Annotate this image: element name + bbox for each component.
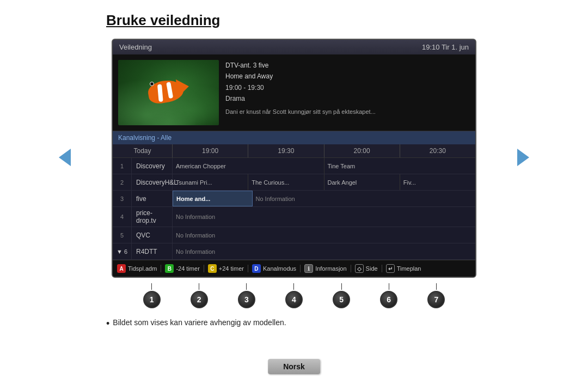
preview-description: Dani er knust når Scott kunngjør sitt sy… bbox=[225, 107, 376, 117]
program-cell[interactable]: No Information bbox=[173, 227, 475, 243]
table-row: 4 price-drop.tv No Information bbox=[113, 207, 475, 227]
channel-programs: Tsunami Pri... The Curious... Dark Angel… bbox=[173, 174, 475, 190]
circle-4: 4 bbox=[285, 291, 303, 308]
time-2030: 20:30 bbox=[400, 144, 475, 157]
table-row: ▼ 6 R4DTT No Information bbox=[113, 243, 475, 260]
toolbar-minus24[interactable]: B -24 timer bbox=[165, 264, 199, 273]
preview-channel: DTV-ant. 3 five bbox=[225, 60, 376, 71]
circle-5: 5 bbox=[333, 291, 350, 308]
table-row: 2 DiscoveryH&L Tsunami Pri... The Curiou… bbox=[113, 174, 475, 191]
channel-filter-bar[interactable]: Kanalvisning - Alle bbox=[113, 131, 475, 144]
program-cell[interactable]: Fiv... bbox=[400, 174, 475, 190]
separator bbox=[204, 265, 204, 272]
footnote: • Bildet som vises kan variere avhengig … bbox=[0, 308, 588, 336]
table-row: 5 QVC No Information bbox=[113, 227, 475, 243]
timeline-header: Today 19:00 19:30 20:00 20:30 bbox=[113, 144, 475, 158]
program-cell-active[interactable]: Home and... bbox=[173, 191, 253, 206]
circle-6: 6 bbox=[380, 291, 397, 308]
timeline-day: Today bbox=[113, 144, 173, 157]
toolbar-label-plus24: +24 timer bbox=[219, 265, 244, 272]
separator bbox=[351, 265, 351, 272]
channel-programs: Home and... No Information bbox=[173, 191, 475, 206]
table-row: 3 five Home and... No Information bbox=[113, 191, 475, 207]
circle-3: 3 bbox=[238, 291, 255, 308]
guide-title: Veiledning bbox=[119, 43, 152, 51]
channel-name: five bbox=[132, 191, 173, 206]
preview-thumbnail bbox=[118, 60, 219, 125]
channel-programs: No Information bbox=[173, 243, 475, 259]
channel-name: price-drop.tv bbox=[132, 207, 173, 227]
channel-programs: No Information bbox=[173, 227, 475, 243]
time-1930: 19:30 bbox=[248, 144, 324, 157]
channel-name: QVC bbox=[132, 227, 173, 243]
guide-datetime: 19:10 Tir 1. jun bbox=[422, 43, 469, 51]
badge-a: A bbox=[117, 264, 126, 273]
program-cell[interactable]: No Information bbox=[173, 243, 475, 259]
numbered-circles: 1 2 3 4 5 6 7 bbox=[112, 283, 476, 308]
guide-header: Veiledning 19:10 Tir 1. jun bbox=[113, 40, 475, 54]
separator bbox=[300, 265, 301, 272]
footnote-text: Bildet som vises kan variere avhengig av… bbox=[113, 318, 286, 327]
time-2000: 20:00 bbox=[324, 144, 400, 157]
toolbar-tidspl[interactable]: A Tidspl.adm bbox=[117, 264, 157, 273]
guide-toolbar: A Tidspl.adm B -24 timer C +24 timer D K… bbox=[113, 260, 475, 277]
language-tab[interactable]: Norsk bbox=[268, 359, 320, 374]
circle-2: 2 bbox=[191, 291, 208, 308]
table-row: 1 Discovery American Chopper Tine Team bbox=[113, 158, 475, 174]
toolbar-kanalmodus[interactable]: D Kanalmodus bbox=[252, 264, 296, 273]
program-cell[interactable]: Dark Angel bbox=[324, 174, 400, 190]
timeline-times: 19:00 19:30 20:00 20:30 bbox=[173, 144, 475, 157]
badge-side: ◇ bbox=[355, 264, 364, 273]
channel-programs: No Information bbox=[173, 207, 475, 227]
preview-genre: Drama bbox=[225, 93, 376, 104]
channel-number: 4 bbox=[113, 207, 132, 227]
toolbar-timeplan[interactable]: ↵ Timeplan bbox=[386, 264, 421, 273]
schedule-grid: 1 Discovery American Chopper Tine Team 2… bbox=[113, 158, 475, 260]
channel-programs: American Chopper Tine Team bbox=[173, 158, 475, 174]
nav-arrow-right[interactable] bbox=[516, 148, 531, 167]
badge-timeplan: ↵ bbox=[386, 264, 395, 273]
circle-1: 1 bbox=[143, 291, 161, 308]
channel-number: 3 bbox=[113, 191, 132, 206]
toolbar-info[interactable]: ℹ Informasjon bbox=[304, 264, 346, 273]
toolbar-side[interactable]: ◇ Side bbox=[355, 264, 378, 273]
right-arrow-icon bbox=[517, 149, 529, 166]
preview-time: 19:00 - 19:30 bbox=[225, 82, 376, 93]
program-cell[interactable]: American Chopper bbox=[173, 158, 324, 174]
program-cell[interactable]: Tine Team bbox=[324, 158, 476, 174]
filter-label: Kanalvisning - Alle bbox=[118, 134, 171, 142]
preview-show: Home and Away bbox=[225, 71, 376, 82]
toolbar-label-timeplan: Timeplan bbox=[397, 265, 421, 272]
channel-number: ▼ 6 bbox=[113, 243, 132, 259]
circle-7: 7 bbox=[427, 291, 445, 308]
page-title: Bruke veiledning bbox=[0, 0, 588, 39]
separator bbox=[382, 265, 382, 272]
toolbar-label-side: Side bbox=[366, 265, 378, 272]
channel-number: 2 bbox=[113, 174, 132, 190]
toolbar-label-tidspl: Tidspl.adm bbox=[128, 265, 157, 272]
program-cell[interactable]: Tsunami Pri... bbox=[173, 174, 248, 190]
program-cell[interactable]: The Curious... bbox=[248, 174, 324, 190]
badge-d: D bbox=[252, 264, 261, 273]
channel-name: Discovery bbox=[132, 158, 173, 174]
badge-c: C bbox=[208, 264, 217, 273]
toolbar-label-kanal: Kanalmodus bbox=[263, 265, 296, 272]
nav-arrow-left[interactable] bbox=[57, 148, 72, 167]
tv-guide: Veiledning 19:10 Tir 1. jun DTV-ant. 3 f… bbox=[112, 39, 476, 278]
channel-name: R4DTT bbox=[132, 243, 173, 259]
preview-info: DTV-ant. 3 five Home and Away 19:00 - 19… bbox=[225, 60, 376, 125]
program-cell[interactable]: No Information bbox=[173, 207, 475, 227]
separator bbox=[161, 265, 161, 272]
channel-name: DiscoveryH&L bbox=[132, 174, 173, 190]
separator bbox=[248, 265, 248, 272]
toolbar-label-info: Informasjon bbox=[315, 265, 346, 272]
badge-info: ℹ bbox=[304, 264, 313, 273]
time-1900: 19:00 bbox=[173, 144, 248, 157]
program-cell[interactable]: No Information bbox=[253, 191, 476, 206]
toolbar-plus24[interactable]: C +24 timer bbox=[208, 264, 244, 273]
guide-preview: DTV-ant. 3 five Home and Away 19:00 - 19… bbox=[113, 54, 475, 131]
toolbar-label-minus24: -24 timer bbox=[176, 265, 199, 272]
footnote-bullet: • bbox=[106, 318, 109, 330]
channel-number: 5 bbox=[113, 227, 132, 243]
badge-b: B bbox=[165, 264, 174, 273]
